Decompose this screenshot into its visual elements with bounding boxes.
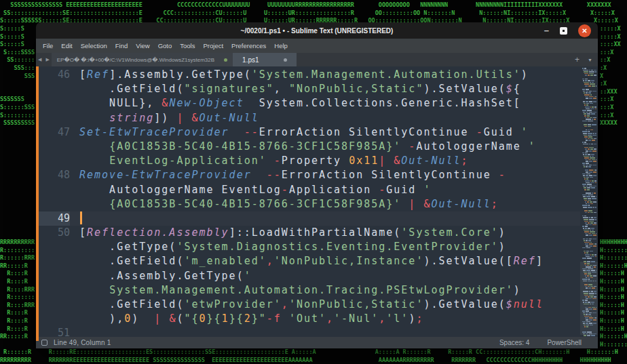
code-line-51: 51	[39, 326, 580, 337]
tabbar-actions: + ▼	[575, 53, 592, 66]
code-line-wrap: {A0C1853B-5C40-4B15-8766-3CF1C58F985A}' …	[39, 197, 580, 211]
menu-view[interactable]: View	[132, 42, 153, 49]
new-tab-button[interactable]: +	[575, 55, 580, 64]
minimap[interactable]	[580, 66, 598, 337]
code-editor[interactable]: 46[Ref].Assembly.GetType('System.Managem…	[36, 66, 598, 337]
code-line-46: 46[Ref].Assembly.GetType('System.Managem…	[39, 68, 580, 82]
menu-preferences[interactable]: Preferences	[227, 42, 270, 49]
window-title: ~/0020/1.ps1 • - Sublime Text (UNREGISTE…	[36, 22, 598, 39]
code-line-wrap: .GetField("signatures", "NonPublic,Stati…	[39, 82, 580, 96]
code-line-47: 47Set-EtwTraceProvider --ErrorAction Sil…	[39, 125, 580, 140]
ascii-left-bottom: RRRRRRRRRR R::::::::: R::::::RRR RR:::::…	[0, 239, 35, 341]
close-dot-icon	[284, 58, 287, 62]
menu-bar: FileEditSelectionFindViewGotoToolsProjec…	[36, 39, 598, 53]
tab-1ps1[interactable]: 1.ps1	[233, 53, 296, 66]
tab-windows-file[interactable]: EP�O� �:i�+00�/C:\V1Windows@�.WindowsZ1s…	[52, 53, 233, 66]
ascii-top: SSSSSSSSSSSSSSS EEEEEEEEEEEEEEEEEEEEEE C…	[0, 1, 618, 25]
tab-label: EP�O� �:i�+00�/C:\V1Windows@�.WindowsZ1s…	[57, 57, 214, 63]
menu-goto[interactable]: Goto	[154, 42, 176, 49]
tab-overflow-button[interactable]: ▼	[588, 58, 592, 62]
code-line-wrap: .GetField('m_enabled','NonPublic,Instanc…	[39, 254, 580, 268]
code-line-wrap: string]) | &Out-Null	[39, 111, 580, 125]
menu-selection[interactable]: Selection	[77, 42, 111, 49]
vintage-mode-icon[interactable]	[41, 340, 48, 346]
text-caret	[80, 211, 82, 224]
menu-file[interactable]: File	[39, 42, 57, 49]
terminal-background: SSSSSSSSSSSSSSS EEEEEEEEEEEEEEEEEEEEEE C…	[0, 0, 627, 364]
tab-scroll-right-icon[interactable]: ▶	[43, 53, 51, 66]
ascii-right-top: :::::X :::::X ::::XX :::X ::X :X X :X ::…	[600, 25, 621, 127]
code-line-48: 48Remove-EtwTraceProvider --ErrorAction …	[39, 168, 580, 182]
code-line-wrap: {A0C1853B-5C40-4B15-8766-3CF1C58F985A}' …	[39, 140, 580, 154]
close-button[interactable]: ✕	[578, 24, 591, 37]
code-line-50: 50[Reflection.Assembly]::LoadWithPartial…	[39, 226, 580, 240]
sublime-window: ~/0020/1.ps1 • - Sublime Text (UNREGISTE…	[36, 22, 598, 348]
minimize-button[interactable]: –	[544, 27, 549, 34]
window-titlebar[interactable]: ~/0020/1.ps1 • - Sublime Text (UNREGISTE…	[36, 22, 598, 39]
cursor-position-label: Line 49, Column 1	[54, 339, 111, 346]
code-line-wrap: .GetType('System.Diagnostics.Eventing.Ev…	[39, 240, 580, 254]
code-line-wrap: EventLog-Application' -Property 0x11| &O…	[39, 154, 580, 168]
code-line-49: 49	[39, 211, 580, 226]
menu-help[interactable]: Help	[270, 42, 292, 49]
code-area[interactable]: 46[Ref].Assembly.GetType('System.Managem…	[39, 68, 580, 337]
maximize-button[interactable]	[560, 27, 567, 35]
code-line-wrap: AutologgerName EventLog-Application -Gui…	[39, 183, 580, 197]
indentation-setting[interactable]: Spaces: 4	[499, 339, 529, 346]
tab-scroll-left-icon[interactable]: ◀	[36, 53, 43, 66]
ascii-left-top: S:::::S S:::::S S:::::S S::::SSSS SS::::…	[0, 25, 35, 127]
menu-project[interactable]: Project	[199, 42, 227, 49]
modified-dot-icon	[224, 58, 227, 62]
code-line-wrap: ),0) | &("{0}{1}{2}"-f 'Out','-Nul','l')…	[39, 312, 580, 326]
code-line-wrap: .GetField('etwProvider','NonPublic,Stati…	[39, 298, 580, 312]
menu-edit[interactable]: Edit	[57, 42, 76, 49]
ascii-right-bottom: HHHHHHHHH H:::::::H H:::::::H H::::::HH …	[600, 239, 627, 348]
tab-bar: ◀ ▶ EP�O� �:i�+00�/C:\V1Windows@�.Window…	[36, 53, 598, 66]
code-line-wrap: System.Management.Automation.Tracing.PSE…	[39, 283, 580, 298]
tab-label: 1.ps1	[242, 56, 259, 64]
status-bar: Line 49, Column 1 Spaces: 4 PowerShell	[36, 337, 598, 348]
menu-tools[interactable]: Tools	[176, 42, 199, 49]
ascii-bottom: R::::::R R:::::RE::::::::::::::::::::ES:…	[0, 348, 618, 364]
status-right: Spaces: 4 PowerShell	[499, 339, 598, 346]
code-line-wrap: .Assembly.GetType('	[39, 269, 580, 283]
syntax-setting[interactable]: PowerShell	[547, 339, 582, 346]
code-line-wrap: NULL}, &New-Object System.Collections.Ge…	[39, 96, 580, 110]
menu-find[interactable]: Find	[111, 42, 132, 49]
window-controls: – ✕	[544, 22, 591, 39]
